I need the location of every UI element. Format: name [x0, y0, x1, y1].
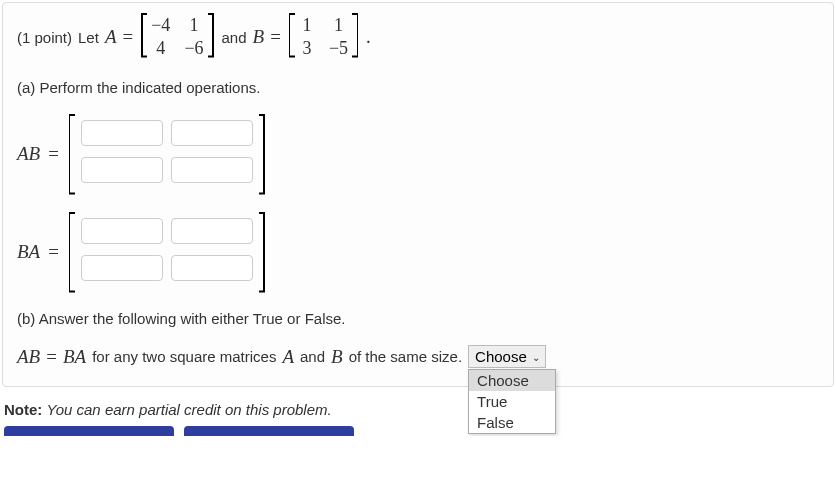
stmt-eq: =	[46, 346, 57, 368]
var-B: B	[253, 26, 265, 48]
points-label: (1 point)	[17, 29, 72, 46]
matB-r0c0: 1	[299, 15, 315, 36]
bracket-left-icon	[287, 13, 295, 57]
and-text: and	[222, 29, 247, 46]
ab-r1c0-input[interactable]	[81, 157, 163, 183]
part-b-text: (b) Answer the following with either Tru…	[17, 310, 819, 327]
stmt-B: B	[331, 346, 343, 368]
bracket-right-icon	[352, 13, 360, 57]
dropdown-option-false[interactable]: False	[469, 412, 555, 433]
matA-r1c1: −6	[184, 38, 203, 59]
bracket-right-icon	[259, 114, 267, 194]
matrix-input-AB	[67, 114, 267, 194]
ba-r1c1-input[interactable]	[171, 255, 253, 281]
stmt-A: A	[282, 346, 294, 368]
primary-button-stub-1[interactable]	[4, 426, 174, 436]
matrix-input-BA	[67, 212, 267, 292]
matA-r0c0: −4	[151, 15, 170, 36]
let-text: Let	[78, 29, 99, 46]
dropdown-option-true[interactable]: True	[469, 391, 555, 412]
note-bold: Note:	[4, 401, 42, 418]
matrix-A: −4 1 4 −6	[139, 13, 215, 61]
eq-1: =	[123, 26, 134, 48]
bracket-left-icon	[139, 13, 147, 57]
true-false-select-wrap: Choose True False ⌄ Choose True False	[468, 345, 546, 368]
button-bar	[4, 426, 832, 436]
matB-r1c0: 3	[299, 38, 315, 59]
bracket-left-icon	[67, 114, 75, 194]
stmt-tail: for any two square matrices	[92, 348, 276, 365]
ab-r0c0-input[interactable]	[81, 120, 163, 146]
ba-r0c1-input[interactable]	[171, 218, 253, 244]
eq-ab: =	[48, 143, 59, 165]
eq-2: =	[270, 26, 281, 48]
eq-ba: =	[48, 241, 59, 263]
part-a-text: (a) Perform the indicated operations.	[17, 79, 819, 96]
ab-r0c1-input[interactable]	[171, 120, 253, 146]
var-A: A	[105, 26, 117, 48]
bracket-right-icon	[259, 212, 267, 292]
matB-r0c1: 1	[329, 15, 348, 36]
ba-r0c0-input[interactable]	[81, 218, 163, 244]
bracket-left-icon	[67, 212, 75, 292]
problem-intro: (1 point) Let A = −4 1 4 −6 and B = 1 1 …	[17, 13, 819, 61]
period: .	[366, 26, 371, 48]
note-rest: You can earn partial credit on this prob…	[47, 401, 332, 418]
stmt-rhs: BA	[63, 346, 86, 368]
ba-r1c0-input[interactable]	[81, 255, 163, 281]
dropdown-option-choose[interactable]: Choose	[469, 370, 555, 391]
stmt-lhs: AB	[17, 346, 40, 368]
ab-r1c1-input[interactable]	[171, 157, 253, 183]
stmt-tail2: of the same size.	[349, 348, 462, 365]
primary-button-stub-2[interactable]	[184, 426, 354, 436]
ba-equation-row: BA =	[17, 212, 819, 292]
matB-r1c1: −5	[329, 38, 348, 59]
bracket-right-icon	[208, 13, 216, 57]
dropdown-panel: Choose True False	[468, 369, 556, 434]
note-line: Note: You can earn partial credit on thi…	[4, 401, 832, 418]
label-AB: AB	[17, 143, 40, 165]
stmt-and: and	[300, 348, 325, 365]
ab-equation-row: AB =	[17, 114, 819, 194]
statement-row: AB = BA for any two square matrices A an…	[17, 345, 819, 368]
matA-r0c1: 1	[184, 15, 203, 36]
matrix-B: 1 1 3 −5	[287, 13, 360, 61]
problem-container: (1 point) Let A = −4 1 4 −6 and B = 1 1 …	[2, 2, 834, 387]
true-false-select[interactable]: Choose True False	[468, 345, 546, 368]
matA-r1c0: 4	[151, 38, 170, 59]
label-BA: BA	[17, 241, 40, 263]
